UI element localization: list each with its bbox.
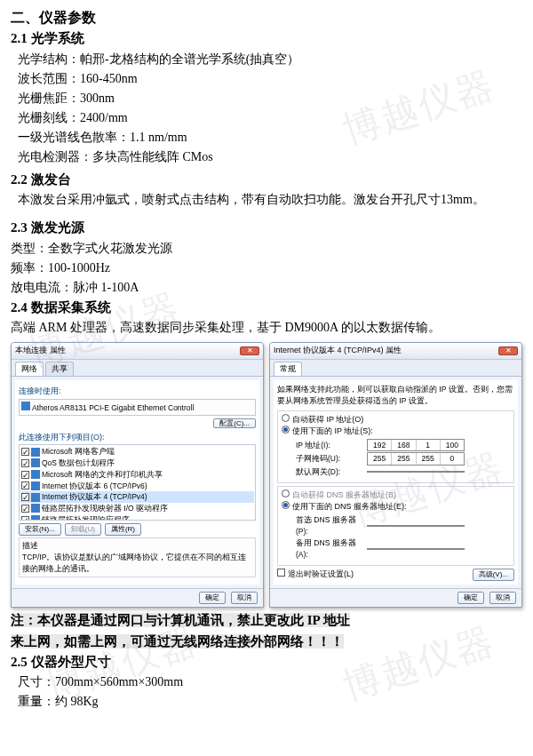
install-button[interactable]: 安装(N)... bbox=[19, 523, 61, 536]
connect-using-label: 连接时使用: bbox=[19, 386, 256, 398]
window-title: 本地连接 属性 bbox=[15, 345, 66, 357]
radio-manual-dns[interactable]: 使用下面的 DNS 服务器地址(E): bbox=[282, 501, 510, 513]
radio-auto-dns[interactable]: 自动获得 DNS 服务器地址(B) bbox=[282, 489, 510, 502]
radio-auto-ip[interactable]: 自动获得 IP 地址(O) bbox=[282, 414, 510, 426]
advanced-button[interactable]: 高级(V)... bbox=[473, 569, 514, 581]
screenshots-row: 本地连接 属性 ✕ 网络 共享 连接时使用: Atheros AR8131 PC… bbox=[11, 342, 522, 608]
section-21-title: 2.1 光学系统 bbox=[11, 28, 522, 49]
properties-button[interactable]: 属性(R) bbox=[105, 523, 141, 536]
list-item: Internet 协议版本 4 (TCP/IPv4) bbox=[20, 491, 254, 503]
adapter-name: Atheros AR8131 PCI-E Gigabit Ethernet Co… bbox=[32, 403, 194, 412]
list-item: Microsoft 网络客户端 bbox=[20, 446, 254, 458]
tab-network[interactable]: 网络 bbox=[15, 362, 44, 377]
mask-label: 子网掩码(U): bbox=[296, 453, 367, 465]
spec-line: 光学结构：帕邢-龙格结构的全谱光学系统(抽真空） bbox=[11, 50, 522, 68]
list-item: Internet 协议版本 6 (TCP/IPv6) bbox=[20, 481, 254, 492]
intro-text: 如果网络支持此功能，则可以获取自动指派的 IP 设置。否则，您需要从网络系统管理… bbox=[277, 384, 514, 407]
uninstall-button[interactable]: 卸载(U) bbox=[65, 523, 101, 536]
gateway-label: 默认网关(D): bbox=[296, 466, 367, 478]
tab-general[interactable]: 常规 bbox=[274, 362, 302, 377]
close-icon[interactable]: ✕ bbox=[498, 346, 518, 355]
items-label: 此连接使用下列项目(O): bbox=[19, 432, 256, 444]
spec-line: 光电检测器：多块高性能线阵 CMos bbox=[11, 147, 522, 166]
gateway-field[interactable] bbox=[367, 471, 465, 473]
component-icon bbox=[31, 470, 40, 479]
list-item: 链路层拓扑发现映射器 I/O 驱动程序 bbox=[20, 503, 254, 514]
radio-manual-ip[interactable]: 使用下面的 IP 地址(S): bbox=[282, 426, 510, 438]
tabs: 常规 bbox=[270, 360, 521, 378]
subnet-mask-field[interactable]: 2552552550 bbox=[367, 452, 465, 466]
component-icon bbox=[31, 515, 40, 521]
section-22-body: 本激发台采用冲氩式，喷射式点击结构，带有自动吹扫功能。激发台开孔尺寸13mm。 bbox=[11, 190, 522, 209]
description-label: 描述 bbox=[22, 540, 252, 552]
ok-button[interactable]: 确定 bbox=[199, 592, 226, 604]
spec-line: 尺寸：700mm×560mm×300mm bbox=[11, 672, 522, 691]
spec-line: 波长范围：160-450nm bbox=[11, 69, 522, 88]
spec-line: 类型：全数字式火花激发光源 bbox=[11, 239, 522, 258]
description-body: TCP/IP。该协议是默认的广域网络协议，它提供在不同的相互连接的网络上的通讯。 bbox=[22, 552, 252, 575]
section-23-title: 2.3 激发光源 bbox=[11, 218, 522, 238]
ok-button[interactable]: 确定 bbox=[457, 592, 484, 604]
checkbox-icon[interactable] bbox=[21, 481, 29, 489]
component-icon bbox=[31, 481, 40, 490]
ip-label: IP 地址(I): bbox=[296, 440, 367, 451]
spec-line: 光栅刻线：2400/mm bbox=[11, 108, 522, 127]
cancel-button[interactable]: 取消 bbox=[489, 592, 516, 604]
spec-line: 频率：100-1000Hz bbox=[11, 259, 522, 277]
component-icon bbox=[31, 458, 40, 467]
dns2-field[interactable] bbox=[367, 548, 465, 550]
adapter-icon bbox=[21, 402, 30, 410]
checkbox-icon[interactable] bbox=[21, 459, 29, 467]
section-22-title: 2.2 激发台 bbox=[11, 170, 522, 190]
titlebar: 本地连接 属性 ✕ bbox=[12, 343, 263, 360]
configure-button[interactable]: 配置(C)... bbox=[213, 418, 256, 428]
section-24-body: 高端 ARM 处理器，高速数据同步采集处理，基于 DM9000A 的以太数据传输… bbox=[11, 318, 522, 337]
list-item: QoS 数据包计划程序 bbox=[20, 458, 254, 469]
titlebar: Internet 协议版本 4 (TCP/IPv4) 属性 ✕ bbox=[270, 343, 521, 360]
component-icon bbox=[31, 493, 40, 502]
dns2-label: 备用 DNS 服务器(A): bbox=[296, 537, 367, 561]
tab-share[interactable]: 共享 bbox=[45, 362, 74, 377]
spec-line: 一级光谱线色散率：1.1 nm/mm bbox=[11, 128, 522, 147]
section-25-title: 2.5 仪器外型尺寸 bbox=[11, 652, 522, 672]
checkbox-icon[interactable] bbox=[21, 448, 29, 456]
items-list[interactable]: Microsoft 网络客户端 QoS 数据包计划程序 Microsoft 网络… bbox=[19, 444, 256, 521]
window-title: Internet 协议版本 4 (TCP/IPv4) 属性 bbox=[274, 345, 402, 357]
section-2-title: 二、仪器参数 bbox=[11, 7, 522, 28]
section-24-title: 2.4 数据采集系统 bbox=[11, 298, 522, 318]
component-icon bbox=[31, 504, 40, 513]
checkbox-icon[interactable] bbox=[21, 471, 29, 479]
spec-line: 重量：约 98Kg bbox=[11, 692, 522, 711]
cancel-button[interactable]: 取消 bbox=[231, 592, 258, 604]
spec-line: 放电电流：脉冲 1-100A bbox=[11, 278, 522, 297]
checkbox-icon[interactable] bbox=[21, 493, 29, 501]
dns1-label: 首选 DNS 服务器(P): bbox=[296, 514, 367, 537]
validate-on-exit-checkbox[interactable]: 退出时验证设置(L) bbox=[277, 569, 354, 581]
checkbox-icon[interactable] bbox=[21, 516, 29, 521]
list-item: Microsoft 网络的文件和打印机共享 bbox=[20, 469, 254, 481]
component-icon bbox=[31, 448, 40, 457]
dns1-field[interactable] bbox=[367, 525, 465, 527]
spec-line: 光栅焦距：300nm bbox=[11, 89, 522, 107]
list-item: 链路层拓扑发现响应程序 bbox=[20, 514, 254, 521]
ip-address-field[interactable]: 1921681100 bbox=[367, 439, 465, 452]
tabs: 网络 共享 bbox=[12, 360, 263, 378]
close-icon[interactable]: ✕ bbox=[240, 346, 259, 355]
checkbox-icon[interactable] bbox=[21, 505, 29, 513]
dialog-ipv4-properties: Internet 协议版本 4 (TCP/IPv4) 属性 ✕ 常规 如果网络支… bbox=[269, 342, 522, 608]
warning-note: 注：本仪器是通过网口与计算机通讯，禁止更改此 IP 地址 来上网，如需上网，可通… bbox=[11, 609, 522, 652]
dialog-local-connection: 本地连接 属性 ✕ 网络 共享 连接时使用: Atheros AR8131 PC… bbox=[11, 342, 264, 608]
